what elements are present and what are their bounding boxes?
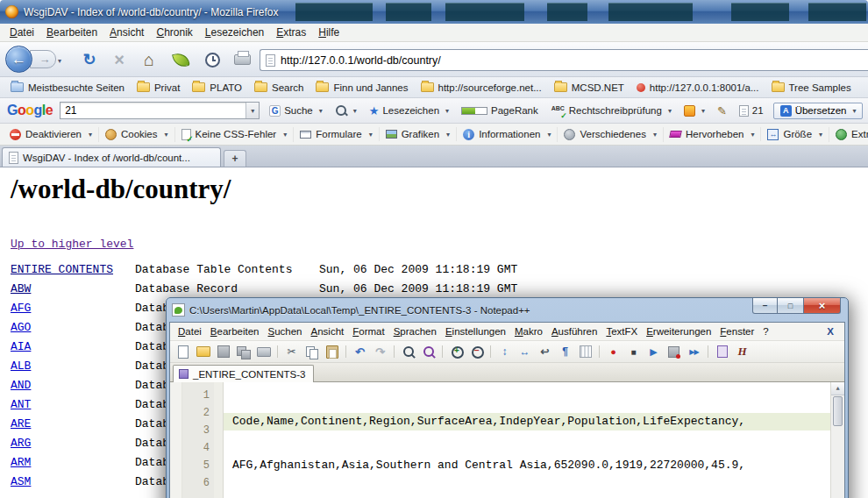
highlight-button[interactable]: [715, 103, 729, 119]
new-file-icon[interactable]: [174, 345, 191, 359]
save-all-icon[interactable]: [235, 345, 252, 359]
bookmark-margin[interactable]: [170, 382, 182, 498]
stop-macro-icon[interactable]: [625, 345, 642, 359]
show-all-characters-icon[interactable]: [557, 345, 573, 359]
webdev-outline[interactable]: Hervorheben: [664, 127, 762, 141]
maximize-button[interactable]: [778, 298, 803, 314]
npp-menu-bearbeiten[interactable]: Bearbeiten: [206, 324, 264, 338]
bookmark-search[interactable]: Search: [249, 81, 309, 95]
listing-link[interactable]: ANT: [11, 398, 31, 411]
menu-chronik[interactable]: Chronik: [150, 25, 198, 40]
print-button[interactable]: [230, 47, 254, 72]
vertical-scrollbar[interactable]: [830, 382, 844, 498]
npp-menu-suchen[interactable]: Suchen: [264, 324, 307, 338]
npp-menu-makro[interactable]: Makro: [510, 324, 547, 338]
save-macro-icon[interactable]: [665, 345, 682, 359]
menu-datei[interactable]: Datei: [4, 25, 40, 40]
document-monitor-icon[interactable]: [714, 345, 730, 359]
listing-link[interactable]: AND: [11, 379, 31, 392]
autofill-button[interactable]: [681, 103, 708, 118]
listing-link[interactable]: AIA: [11, 340, 31, 353]
webdev-information[interactable]: Informationen: [457, 127, 558, 142]
google-bookmarks-button[interactable]: Lesezeichen: [366, 103, 452, 119]
npp-menu-help[interactable]: ?: [758, 324, 772, 338]
replace-icon[interactable]: [420, 345, 437, 359]
pagerank-indicator[interactable]: PageRank: [459, 103, 541, 117]
sync-scroll-horizontal-icon[interactable]: [516, 345, 533, 359]
play-macro-icon[interactable]: [645, 345, 662, 359]
editor[interactable]: 1 2 3 4 5 6 Code,Name,Continent,Region,S…: [170, 382, 844, 498]
bookmark-sourceforge[interactable]: http://sourceforge.net...: [416, 81, 547, 95]
npp-menu-ansicht[interactable]: Ansicht: [307, 324, 349, 338]
text-area[interactable]: Code,Name,Continent,Region,SurfaceArea,I…: [224, 382, 830, 498]
webdev-forms[interactable]: Formulare: [294, 127, 379, 141]
menu-ansicht[interactable]: Ansicht: [103, 25, 150, 40]
redo-icon[interactable]: [372, 345, 388, 359]
webdev-css[interactable]: Keine CSS-Fehler: [175, 127, 295, 142]
home-button[interactable]: [137, 47, 161, 72]
listing-link[interactable]: ASM: [11, 475, 31, 488]
listing-link[interactable]: ALB: [11, 359, 31, 373]
webdev-resize[interactable]: Größe: [761, 127, 829, 142]
forward-button[interactable]: [30, 50, 56, 68]
save-icon[interactable]: [215, 345, 231, 359]
menu-extras[interactable]: Extras: [270, 25, 312, 40]
google-search-button[interactable]: Suche: [267, 103, 325, 118]
close-document-button[interactable]: X: [820, 326, 841, 337]
npp-menu-textfx[interactable]: TextFX: [601, 324, 642, 338]
back-button[interactable]: [5, 46, 32, 73]
webdev-cookies[interactable]: Cookies: [99, 127, 175, 142]
bookmark-localhost-8001[interactable]: http://127.0.0.1:8001/a...: [631, 81, 765, 95]
translate-button[interactable]: Übersetzen: [773, 103, 864, 119]
close-button[interactable]: [803, 298, 841, 314]
word-wrap-icon[interactable]: [537, 345, 553, 359]
scroll-up-button[interactable]: [831, 382, 844, 395]
new-tab-button[interactable]: +: [224, 150, 246, 167]
counter-button[interactable]: 21: [736, 103, 766, 118]
find-icon[interactable]: [400, 345, 416, 359]
back-forward-dropdown-icon[interactable]: [58, 53, 67, 64]
bookmark-mcsd-net[interactable]: MCSD.NET: [549, 81, 630, 95]
spellcheck-button[interactable]: Rechtschreibprüfung: [548, 103, 674, 118]
bookmark-plato[interactable]: PLATO: [187, 81, 247, 95]
google-search-box[interactable]: 21: [60, 102, 260, 119]
npp-menu-format[interactable]: Format: [348, 324, 388, 338]
copy-icon[interactable]: [303, 345, 320, 359]
webdev-miscellaneous[interactable]: Verschiedenes: [558, 127, 663, 142]
npp-menu-fenster[interactable]: Fenster: [715, 324, 758, 338]
stop-button[interactable]: [107, 47, 132, 72]
fold-margin[interactable]: [214, 382, 224, 498]
scroll-thumb[interactable]: [833, 396, 843, 426]
npp-menu-einstellungen[interactable]: Einstellungen: [441, 324, 510, 338]
up-link[interactable]: Up to higher level: [11, 238, 133, 253]
npp-menu-sprachen[interactable]: Sprachen: [389, 324, 441, 338]
bookmark-finn-und-jannes[interactable]: Finn und Jannes: [310, 81, 413, 95]
listing-link[interactable]: ENTIRE CONTENTS: [11, 263, 113, 276]
webdev-tools[interactable]: Extras: [829, 127, 868, 142]
listing-link[interactable]: ARM: [11, 456, 31, 469]
html-preview-icon[interactable]: [734, 345, 751, 359]
menu-hilfe[interactable]: Hilfe: [312, 25, 345, 40]
webdev-images[interactable]: Grafiken: [380, 127, 457, 141]
listing-link[interactable]: AGO: [11, 321, 31, 334]
tab-wsgidav[interactable]: WsgiDAV - Index of /world-db/count...: [2, 147, 221, 167]
cut-icon[interactable]: [283, 345, 300, 359]
indent-guide-icon[interactable]: [577, 345, 594, 359]
undo-icon[interactable]: [352, 345, 368, 359]
sync-scroll-vertical-icon[interactable]: [496, 345, 513, 359]
open-file-icon[interactable]: [195, 345, 211, 359]
npp-menu-erweiterungen[interactable]: Erweiterungen: [642, 324, 715, 338]
print-icon[interactable]: [255, 345, 272, 359]
bookmark-privat[interactable]: Privat: [132, 81, 185, 95]
search-history-dropdown-icon[interactable]: [245, 103, 259, 118]
advanced-search-button[interactable]: [332, 103, 359, 118]
sage-feed-button[interactable]: [168, 47, 193, 72]
history-button[interactable]: [200, 47, 224, 72]
document-tab[interactable]: _ENTIRE_CONTENTS-3: [173, 365, 314, 382]
run-macro-multiple-icon[interactable]: [686, 345, 702, 359]
menu-lesezeichen[interactable]: Lesezeichen: [199, 25, 270, 40]
location-bar[interactable]: http://127.0.0.1/world-db/country/: [260, 49, 868, 71]
firefox-titlebar[interactable]: WsgiDAV - Index of /world-db/country/ - …: [0, 0, 868, 24]
bookmark-tree-samples[interactable]: Tree Samples: [766, 81, 857, 95]
minimize-button[interactable]: [752, 298, 778, 314]
